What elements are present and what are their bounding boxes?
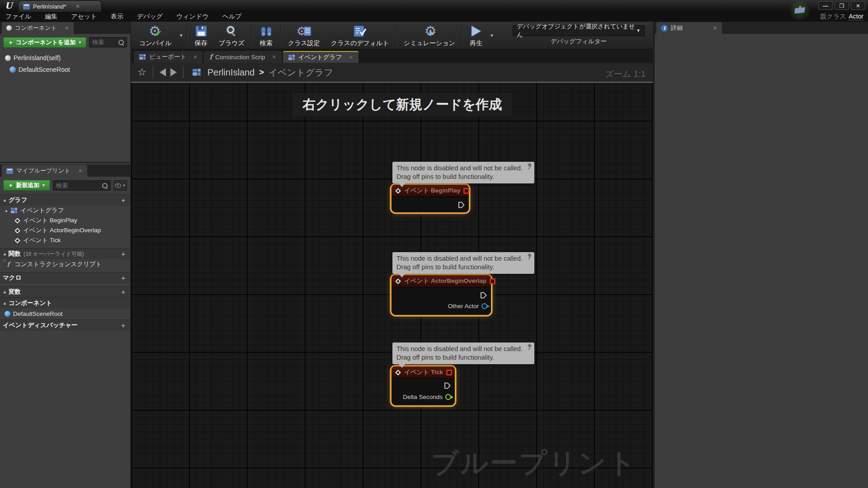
menu-asset[interactable]: アセット (71, 13, 97, 21)
play-icon (470, 24, 482, 38)
components-search[interactable] (89, 37, 127, 47)
visibility-filter-button[interactable]: ▼ (113, 180, 127, 191)
event-beginplay-row[interactable]: イベント BeginPlay (0, 216, 130, 225)
expander-icon[interactable]: ▲ (3, 290, 7, 294)
class-defaults-button[interactable]: クラスのデフォルト (326, 22, 395, 48)
output-pin-delta-seconds[interactable]: Delta Seconds (403, 394, 451, 400)
compile-options-chevron-icon[interactable]: ▼ (179, 33, 184, 38)
expander-icon[interactable]: ▲ (3, 252, 7, 256)
toolbar-separator (462, 24, 463, 46)
favorite-star-icon[interactable]: ☆ (137, 66, 146, 78)
menu-view[interactable]: 表示 (111, 13, 123, 21)
add-component-button[interactable]: ＋コンポーネントを追加▼ (3, 37, 86, 48)
float-pin-icon[interactable] (445, 394, 451, 400)
event-actorbeginoverlap-row[interactable]: イベント ActorBeginOverlap (0, 225, 130, 235)
object-pin-icon[interactable] (481, 303, 487, 309)
pushpin-icon[interactable] (527, 254, 532, 260)
section-variables[interactable]: ▲ 変数 ＋ (0, 286, 130, 297)
play-button[interactable]: 再生 (464, 22, 488, 48)
play-options-chevron-icon[interactable]: ▼ (490, 33, 494, 38)
node-event-beginplay[interactable]: イベント BeginPlay (392, 185, 469, 212)
output-pin-other-actor[interactable]: Other Actor (448, 303, 487, 310)
close-button[interactable]: ✕ (851, 1, 865, 10)
section-dispatchers[interactable]: イベントディスパッチャー ＋ (0, 319, 130, 331)
component-row-self[interactable]: PerlinIsland(self) (3, 52, 127, 64)
event-graph-row[interactable]: ▲ イベントグラフ (0, 206, 130, 216)
menu-window[interactable]: ウィンドウ (176, 13, 209, 21)
construction-script-row[interactable]: f コンストラクションスクリプト (0, 259, 130, 269)
pushpin-icon[interactable] (527, 164, 532, 170)
node-event-actorbeginoverlap[interactable]: イベント ActorBeginOverlap Other Actor (392, 275, 491, 315)
section-functions[interactable]: ▲ 関数 (18 オーバーライド可能) ＋ (0, 248, 130, 259)
components-search-input[interactable] (92, 39, 118, 46)
menu-bar: ファイル 編集 アセット 表示 デバッグ ウィンドウ ヘルプ 親クラスActor (0, 12, 868, 22)
section-macros[interactable]: マクロ ＋ (0, 272, 130, 283)
close-icon[interactable]: ✕ (75, 3, 80, 9)
parent-class-value[interactable]: Actor (849, 13, 863, 20)
my-blueprint-tab[interactable]: マイブループリント ✕ (2, 165, 87, 177)
close-icon[interactable]: ✕ (193, 54, 197, 60)
event-icon (395, 188, 401, 194)
exec-output-pin[interactable] (458, 201, 465, 209)
asset-window-tab[interactable]: PerlinIsland* ✕ (18, 0, 102, 12)
tab-event-graph[interactable]: イベントグラフ ✕ (283, 51, 359, 63)
close-icon[interactable]: ✕ (713, 25, 717, 31)
tooltip-line-1: This node is disabled and will not be ca… (396, 345, 523, 353)
expander-icon[interactable]: ▲ (3, 198, 7, 202)
section-graphs[interactable]: ▲ グラフ ＋ (0, 194, 130, 206)
close-icon[interactable]: ✕ (65, 25, 69, 31)
close-icon[interactable]: ✕ (272, 54, 276, 60)
details-panel-tab[interactable]: i 詳細 ✕ (656, 22, 722, 34)
add-function-button[interactable]: ＋ (120, 250, 127, 258)
save-button[interactable]: 保存 (189, 22, 213, 48)
browse-button[interactable]: ブラウズ (213, 22, 250, 48)
breadcrumb-root[interactable]: PerlinIsland (208, 67, 255, 78)
find-button[interactable]: 検索 (254, 22, 279, 48)
add-macro-button[interactable]: ＋ (120, 274, 127, 282)
debug-object-dropdown[interactable]: デバッグオブジェクトが選択されていません ▼ (513, 25, 645, 36)
forward-arrow-icon[interactable] (170, 68, 177, 76)
restore-button[interactable]: ❐ (835, 1, 849, 10)
component-row-scene-root[interactable]: DefaultSceneRoot (3, 64, 127, 75)
exec-output-pin[interactable] (443, 382, 451, 389)
back-arrow-icon[interactable] (160, 68, 166, 76)
menu-debug[interactable]: デバッグ (137, 13, 163, 21)
pushpin-icon[interactable] (527, 344, 532, 351)
expander-icon[interactable]: ▲ (5, 209, 8, 213)
debug-filter-area: デバッグオブジェクトが選択されていません ▼ デバッグフィルター (513, 25, 650, 46)
eye-icon (115, 183, 121, 188)
add-graph-button[interactable]: ＋ (120, 196, 127, 205)
compile-button[interactable]: ⚙✔ コンパイル (134, 22, 177, 48)
tooltip-line-2: Drag off pins to build functionality. (396, 353, 523, 362)
graduation-cap-icon[interactable] (794, 7, 805, 14)
exec-output-pin[interactable] (480, 291, 487, 299)
close-icon[interactable]: ✕ (78, 168, 82, 174)
play-label: 再生 (470, 39, 482, 47)
expander-icon[interactable]: ▲ (3, 301, 7, 305)
section-components[interactable]: ▲ コンポーネント (0, 297, 130, 309)
event-tick-row[interactable]: イベント Tick (0, 235, 130, 245)
add-new-button[interactable]: ＋新規追加▼ (3, 180, 50, 191)
my-blueprint-search[interactable] (53, 180, 111, 191)
viewport-icon (139, 54, 146, 60)
tab-viewport[interactable]: ビューポート ✕ (134, 51, 203, 63)
minimize-button[interactable]: — (818, 1, 833, 10)
tab-construction-script[interactable]: f Construction Scrip ✕ (204, 51, 281, 63)
node-event-tick[interactable]: イベント Tick Delta Seconds (392, 366, 455, 405)
class-settings-button[interactable]: ⚙ クラス設定 (283, 22, 326, 48)
simulation-button[interactable]: ⚙▶ シミュレーション (398, 22, 461, 48)
my-blueprint-search-input[interactable] (56, 182, 102, 189)
scene-root-variable-row[interactable]: DefaultSceneRoot (0, 309, 130, 319)
add-dispatcher-button[interactable]: ＋ (120, 321, 127, 330)
search-icon (102, 183, 108, 188)
unreal-logo-icon: U (4, 0, 14, 11)
add-variable-button[interactable]: ＋ (120, 288, 127, 296)
menu-edit[interactable]: 編集 (45, 13, 57, 21)
components-panel-tab[interactable]: コンポーネント ✕ (2, 22, 74, 34)
breadcrumb-separator: > (259, 68, 264, 77)
close-icon[interactable]: ✕ (349, 55, 353, 61)
event-graph-canvas[interactable]: ☆ PerlinIsland > イベントグラフ ズーム 1:1 右クリックして… (131, 63, 653, 488)
menu-file[interactable]: ファイル (5, 13, 31, 21)
menu-help[interactable]: ヘルプ (222, 13, 242, 21)
breadcrumb-current[interactable]: イベントグラフ (269, 66, 333, 79)
